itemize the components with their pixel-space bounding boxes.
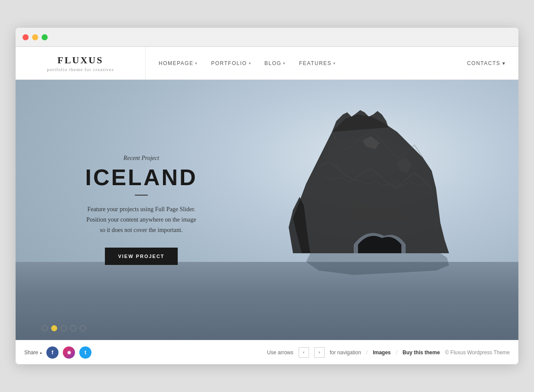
buy-theme-link[interactable]: Buy this theme	[403, 350, 440, 356]
minimize-button[interactable]	[32, 34, 38, 40]
facebook-icon[interactable]: f	[46, 346, 59, 359]
slider-dot-2[interactable]	[51, 325, 57, 331]
nav-blog[interactable]: BLOG ▾	[264, 60, 286, 66]
chevron-down-icon: ▾	[502, 60, 506, 66]
nav-links: HOMEPAGE ▾ PORTFOLIO ▾ BLOG ▾ FEATURES ▾	[146, 60, 454, 66]
logo-title: FLUXUS	[57, 55, 103, 66]
footer-bar: Share ▴ f ◉ t Use arrows ‹ › for navigat…	[16, 340, 518, 364]
share-label: Share ▴	[24, 350, 42, 356]
slider-dot-5[interactable]	[80, 325, 86, 331]
footer-right: Use arrows ‹ › for navigation / Images /…	[267, 347, 510, 358]
footer-copyright: © Fluxus Wordpress Theme	[445, 350, 510, 356]
browser-window: FLUXUS portfolio theme for creatives HOM…	[16, 28, 518, 364]
chevron-up-icon: ▴	[40, 350, 42, 355]
footer-divider: /	[366, 350, 368, 356]
slider-dot-3[interactable]	[61, 325, 67, 331]
hero-content: Recent Project ICELAND Feature your proj…	[68, 155, 215, 265]
footer-images-link[interactable]: Images	[373, 350, 391, 356]
logo-section: FLUXUS portfolio theme for creatives	[16, 47, 146, 79]
chevron-down-icon: ▾	[249, 61, 252, 65]
hero-section: Recent Project ICELAND Feature your proj…	[16, 80, 518, 340]
next-arrow-button[interactable]: ›	[314, 347, 325, 358]
nav-contacts[interactable]: CONTACTS ▾	[454, 60, 518, 66]
hero-rock-image	[267, 88, 505, 275]
nav-features[interactable]: FEATURES ▾	[299, 60, 336, 66]
slider-dot-1[interactable]	[42, 325, 48, 331]
close-button[interactable]	[23, 34, 29, 40]
instagram-icon[interactable]: ◉	[63, 346, 75, 359]
twitter-icon[interactable]: t	[79, 346, 91, 359]
share-section: Share ▴ f ◉ t	[24, 346, 91, 359]
traffic-lights	[23, 34, 48, 40]
hero-divider	[135, 195, 148, 196]
slider-dots	[42, 325, 86, 331]
chevron-down-icon: ▾	[195, 61, 198, 65]
footer-divider2: /	[396, 350, 397, 356]
chevron-down-icon: ▾	[283, 61, 286, 65]
hero-description: Feature your projects using Full Page Sl…	[68, 204, 215, 235]
chevron-down-icon: ▾	[333, 61, 336, 65]
prev-arrow-button[interactable]: ‹	[299, 347, 309, 358]
navigation-bar: FLUXUS portfolio theme for creatives HOM…	[16, 47, 518, 80]
nav-portfolio[interactable]: PORTFOLIO ▾	[211, 60, 251, 66]
maximize-button[interactable]	[42, 34, 48, 40]
slider-dot-4[interactable]	[70, 325, 76, 331]
browser-chrome-bar	[16, 28, 518, 47]
view-project-button[interactable]: VIEW PROJECT	[105, 248, 177, 265]
footer-nav-for: for navigation	[330, 350, 361, 356]
hero-label: Recent Project	[68, 155, 215, 162]
hero-title: ICELAND	[68, 166, 215, 189]
logo-subtitle: portfolio theme for creatives	[47, 67, 114, 72]
nav-homepage[interactable]: HOMEPAGE ▾	[159, 60, 198, 66]
footer-nav-label: Use arrows	[267, 350, 293, 356]
